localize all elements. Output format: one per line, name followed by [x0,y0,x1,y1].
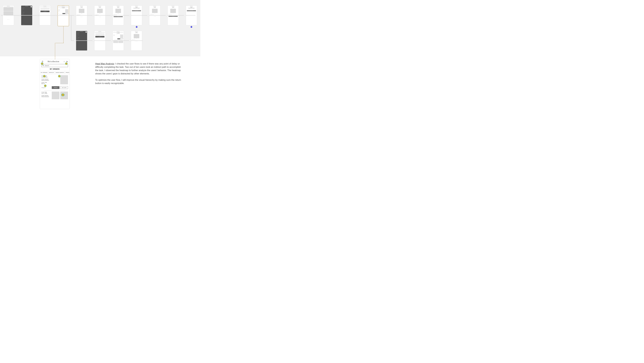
dotted-connector [63,26,64,43]
count-badge: 10 [19,14,21,16]
brand-label: Ré/collection [3,6,14,6]
dotted-connector [55,43,55,56]
section-title: MY ORDERS [58,7,69,8]
order-total: $55.95 [42,83,60,84]
shipment-status: Shipped [42,87,51,88]
menu-item: ACCESSORIES [21,11,32,13]
track-button[interactable]: TRACK [52,86,60,89]
close-icon: × [86,31,87,33]
signin-button: SIGN IN [40,10,50,11]
brand-label: Ré/collection [40,6,50,6]
count-badge: 10 [1,14,3,16]
count-badge: 8 [129,14,131,16]
dotted-connector [55,56,55,59]
order-date: Jun 4, 2020 [42,93,51,94]
count-badge: 8 [74,14,76,16]
svg-point-0 [43,65,44,66]
brand-logo: Ré/collection [48,60,59,63]
product-thumbnail [60,75,68,84]
count-badge: 2 [166,14,168,16]
heatmap-spot [41,62,43,65]
count-badge: 2 [111,40,112,41]
heatmap-spot [65,62,68,65]
star-icon[interactable]: ☆ [63,60,65,63]
product-thumbnail [52,92,60,99]
analysis-body-2: To optimize the user flow, I will improv… [95,78,182,85]
order-number-label: Order Number [42,78,60,80]
user-flow-diagram: Ré/collection Be the first to know... Ré… [0,0,200,56]
count-badge: 2 [129,40,131,41]
heatmap-spot [44,84,46,87]
connector-line [71,15,72,41]
order-total-label: Order Total [42,82,60,83]
tab-wishlist[interactable]: WISHLIST [48,71,55,74]
menu-item: DESIGNERS [21,8,32,9]
count-badge: 8 [111,14,112,16]
count-badge: 2 [74,40,76,41]
search-field[interactable] [45,65,67,66]
order-date-label: Order Date [42,92,51,93]
order-number: #RE623281001 [42,96,51,97]
order-number: #RE623285661 [42,80,60,81]
section-title: MY ORDERS [40,68,69,70]
search-input[interactable] [42,64,68,67]
analysis-heading: Heat Map Analysis [95,62,114,65]
order-number-label: Order Number [42,95,51,96]
heatmap-mockup: ☰ Ré/collection ☆ 🛍 MY ORDERS MY ORDERS … [40,59,70,109]
menu-icon[interactable]: ☰ [42,60,44,63]
analysis-text: Heat Map Analysis: I checked the user fl… [95,62,182,88]
tab-my-orders[interactable]: MY ORDERS [40,71,48,74]
close-icon: × [30,6,32,7]
count-badge: 8 [92,14,94,16]
end-badge: 8 [136,26,138,28]
tab-prefer[interactable]: PREFER [65,71,70,74]
return-button[interactable]: RETURN [60,86,68,89]
menu-item: CONTACT [21,13,32,14]
connector-line [71,40,142,41]
menu-item: BAGS [21,10,32,11]
count-badge: 2 [92,40,94,41]
heatmap-spot [58,75,60,77]
count-badge: 10 [38,14,39,16]
dotted-connector [55,43,64,43]
count-badge: 2 [184,14,186,16]
search-icon [42,65,44,66]
flow-frame-my-orders: Ré/collection MY ORDERS MY ORDERS|WISHLI… [58,5,69,26]
count-badge: 2 [147,14,149,16]
end-badge: 2 [190,26,192,28]
heatmap-spot [61,93,64,96]
heatmap-spot [43,75,46,77]
brand-label: Ré/collection [58,6,69,6]
menu-footer: tel: 1-800-555-0100 [21,24,25,25]
accepted-message: Your request has been accepted! [132,8,142,8]
menu-item: CLOTHING [21,9,32,10]
section-title: RETURN [76,7,87,7]
fb-signin: Sign in with Facebook [40,11,50,12]
account-tabs: MY ORDERS WISHLIST SAVED SEARCH PREFER [40,71,69,74]
tab-saved-search[interactable]: SAVED SEARCH [55,71,65,74]
svg-line-1 [44,66,44,66]
count-badge: 10 [56,14,58,16]
